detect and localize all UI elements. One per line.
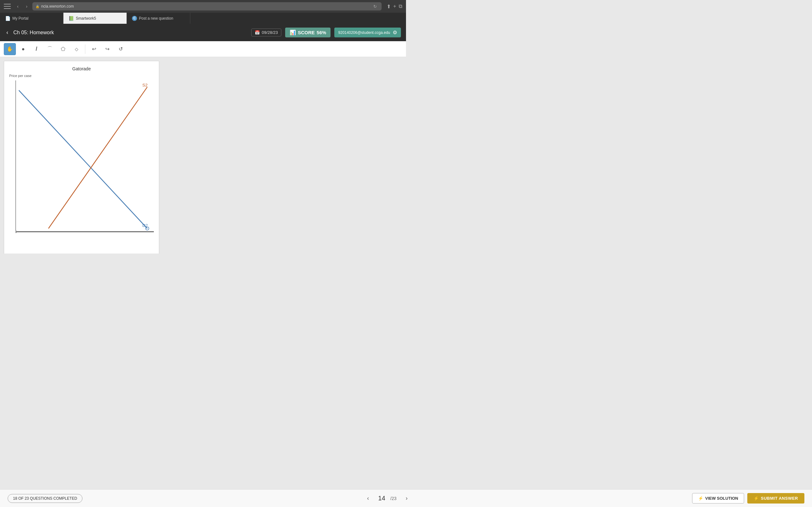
smartwork5-icon: 📗 — [68, 16, 74, 21]
browser-chrome: ‹ › 🔒 ncia.wwnorton.com ↻ ⬆ + ⧉ — [0, 0, 406, 13]
redo-button[interactable]: ↪ — [101, 43, 113, 55]
sidebar-toggle[interactable] — [4, 4, 11, 9]
score-value: 56% — [316, 30, 326, 35]
url-text: ncia.wwnorton.com — [41, 4, 74, 9]
tab-bar: 📄 My Portal 📗 Smartwork5 C Post a new qu… — [0, 13, 406, 24]
tab-post-question[interactable]: C Post a new question — [127, 13, 190, 24]
calendar-icon: 📅 — [255, 30, 260, 35]
my-portal-icon: 📄 — [5, 16, 10, 21]
svg-line-3 — [49, 87, 147, 228]
browser-actions: ⬆ + ⧉ — [387, 3, 402, 9]
dot-tool[interactable]: ● — [17, 43, 29, 55]
tab-my-portal[interactable]: 📄 My Portal — [0, 13, 63, 24]
toolbar-separator — [85, 44, 85, 54]
svg-text:S2: S2 — [142, 83, 148, 88]
page-title: Ch 05: Homework — [13, 30, 247, 36]
score-chart-icon: 📊 — [290, 30, 296, 36]
back-to-portal-button[interactable]: ‹ — [5, 28, 9, 37]
content-area: Gatorade Price per case S2 D2 — [0, 57, 406, 253]
lock-icon: 🔒 — [36, 5, 39, 8]
graph-svg[interactable]: S2 D2 — [15, 80, 154, 239]
tab-my-portal-label: My Portal — [12, 16, 29, 20]
post-question-icon: C — [132, 16, 137, 21]
y-axis-label: Price per case — [9, 74, 32, 78]
tab-post-question-label: Post a new question — [139, 16, 173, 20]
undo-button[interactable]: ↩ — [88, 43, 100, 55]
line-tool[interactable]: / — [31, 43, 43, 55]
settings-button[interactable]: ⚙ — [393, 30, 397, 36]
graph-title: Gatorade — [9, 66, 154, 71]
new-tab-button[interactable]: + — [393, 3, 396, 9]
app-header: ‹ Ch 05: Homework 📅 09/28/23 📊 SCORE 56%… — [0, 24, 406, 41]
tab-smartwork5[interactable]: 📗 Smartwork5 — [63, 13, 127, 24]
graph-container[interactable]: Price per case S2 D2 — [9, 74, 154, 239]
forward-button[interactable]: › — [23, 3, 30, 9]
date-badge: 📅 09/28/23 — [251, 29, 281, 37]
share-button[interactable]: ⬆ — [387, 3, 391, 9]
graph-panel: Gatorade Price per case S2 D2 — [4, 61, 159, 253]
tag-tool[interactable]: ◇ — [70, 43, 83, 55]
reset-button[interactable]: ↺ — [114, 43, 126, 55]
reload-button[interactable]: ↻ — [372, 3, 378, 9]
content-wrapper: ✋ ● / ⌒ ⬠ ◇ ↩ ↪ ↺ Gatorade Price per cas… — [0, 41, 406, 253]
date-text: 09/28/23 — [262, 30, 278, 35]
back-button[interactable]: ‹ — [14, 3, 21, 9]
tabs-button[interactable]: ⧉ — [399, 3, 402, 9]
tab-smartwork5-label: Smartwork5 — [76, 16, 96, 20]
polygon-tool[interactable]: ⬠ — [57, 43, 69, 55]
user-section: 920140206@student.ccga.edu ⚙ — [334, 27, 401, 38]
score-prefix: SCORE — [298, 30, 315, 35]
pointer-tool[interactable]: ✋ — [4, 43, 16, 55]
score-badge: 📊 SCORE 56% — [285, 27, 331, 38]
svg-line-2 — [19, 90, 147, 228]
address-bar[interactable]: 🔒 ncia.wwnorton.com ↻ — [32, 2, 382, 10]
svg-point-6 — [15, 230, 17, 233]
curve-tool[interactable]: ⌒ — [44, 43, 56, 55]
drawing-toolbar: ✋ ● / ⌒ ⬠ ◇ ↩ ↪ ↺ — [0, 41, 406, 57]
user-email: 920140206@student.ccga.edu — [338, 31, 390, 35]
